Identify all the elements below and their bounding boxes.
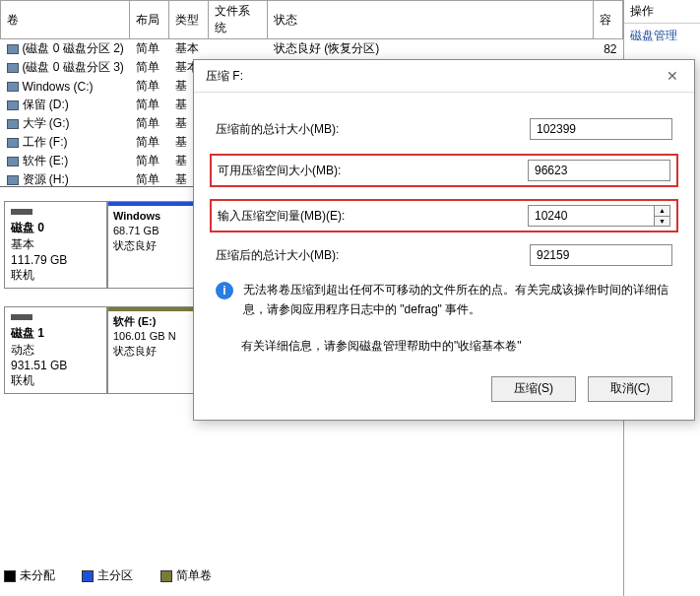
label-total-after: 压缩后的总计大小(MB): — [216, 247, 530, 264]
col-capacity[interactable]: 容 — [594, 1, 623, 39]
legend: 未分配 主分区 简单卷 — [4, 567, 235, 584]
label-total-before: 压缩前的总计大小(MB): — [216, 121, 530, 138]
input-shrink-amount-value: 10240 — [535, 209, 567, 223]
dialog-title: 压缩 F: — [206, 68, 243, 85]
volume-icon — [7, 44, 19, 54]
value-total-before: 102399 — [530, 118, 672, 140]
disk-label[interactable]: 磁盘 1动态931.51 GB联机 — [4, 306, 107, 394]
spinner-down-icon[interactable]: ▼ — [655, 217, 669, 227]
label-shrink-amount: 输入压缩空间量(MB)(E): — [218, 208, 528, 225]
cancel-button[interactable]: 取消(C) — [588, 376, 672, 402]
legend-swatch-simple — [160, 570, 172, 582]
col-volume[interactable]: 卷 — [1, 1, 130, 39]
legend-swatch-unallocated — [4, 570, 16, 582]
volume-icon — [7, 82, 19, 92]
actions-item-disk-management[interactable]: 磁盘管理 — [624, 24, 700, 48]
info-icon: i — [216, 282, 233, 299]
value-total-after: 92159 — [530, 244, 672, 266]
volume-icon — [7, 119, 19, 129]
info-text: 无法将卷压缩到超出任何不可移动的文件所在的点。有关完成该操作时间的详细信息，请参… — [243, 280, 672, 320]
spinner-up-icon[interactable]: ▲ — [655, 206, 669, 217]
legend-swatch-primary — [82, 570, 94, 582]
partition[interactable]: Windows68.71 GB状态良好 — [108, 202, 207, 288]
shrink-button[interactable]: 压缩(S) — [491, 376, 576, 402]
disk-label[interactable]: 磁盘 0基本111.79 GB联机 — [4, 201, 107, 289]
col-status[interactable]: 状态 — [268, 1, 594, 39]
shrink-dialog: 压缩 F: ✕ 压缩前的总计大小(MB): 102399 可用压缩空间大小(MB… — [193, 59, 695, 421]
volume-icon — [7, 138, 19, 148]
volume-icon — [7, 100, 19, 110]
table-row[interactable]: (磁盘 0 磁盘分区 2)简单基本状态良好 (恢复分区)82 — [1, 39, 623, 59]
disk-icon — [11, 314, 32, 320]
legend-label-unallocated: 未分配 — [20, 568, 55, 582]
actions-header: 操作 — [624, 0, 700, 24]
volume-icon — [7, 157, 19, 166]
volume-icon — [7, 63, 19, 73]
disk-icon — [11, 209, 32, 215]
partition[interactable]: 软件 (E:)106.01 GB N状态良好 — [108, 307, 197, 393]
col-layout[interactable]: 布局 — [130, 1, 169, 39]
label-available-shrink: 可用压缩空间大小(MB): — [218, 163, 528, 179]
col-type[interactable]: 类型 — [169, 1, 209, 39]
more-info-text: 有关详细信息，请参阅磁盘管理帮助中的"收缩基本卷" — [241, 338, 672, 355]
legend-label-simple: 简单卷 — [176, 568, 212, 582]
close-icon[interactable]: ✕ — [659, 66, 686, 86]
input-shrink-amount[interactable]: 10240 ▲ ▼ — [528, 205, 670, 227]
legend-label-primary: 主分区 — [97, 568, 133, 582]
col-fs[interactable]: 文件系统 — [209, 1, 268, 39]
value-available-shrink: 96623 — [528, 160, 670, 181]
volume-icon — [7, 175, 19, 185]
